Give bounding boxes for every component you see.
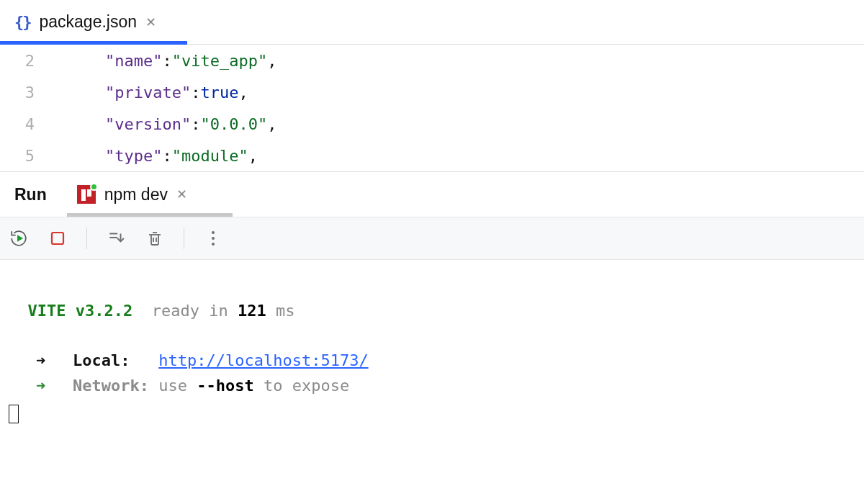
code-line[interactable]: 2"name": "vite_app", (0, 45, 864, 76)
svg-point-3 (212, 243, 215, 246)
json-value: "module" (172, 147, 248, 165)
close-icon[interactable]: ✕ (145, 14, 156, 30)
more-actions-button[interactable] (203, 228, 223, 248)
rerun-button[interactable] (9, 228, 29, 248)
line-number: 4 (0, 115, 48, 133)
run-tool-window: Run npm dev ✕ (0, 171, 864, 504)
arrow-icon: ➜ (28, 377, 54, 395)
line-number: 5 (0, 147, 48, 165)
json-key: "version" (105, 115, 191, 133)
code-line[interactable]: 3"private": true, (0, 76, 864, 108)
console-line: VITE v3.2.2 ready in 121 ms (9, 302, 855, 320)
network-suffix: to expose (254, 377, 349, 395)
run-toolbar (0, 217, 864, 260)
code-editor[interactable]: 2"name": "vite_app",3"private": true,4"v… (0, 45, 864, 171)
running-indicator-dot (90, 183, 98, 191)
run-header: Run npm dev ✕ (0, 172, 864, 217)
local-url-link[interactable]: http://localhost:5173/ (158, 351, 368, 369)
editor-tab-title: package.json (40, 12, 138, 32)
line-number: 3 (0, 84, 48, 102)
network-prefix: use (158, 377, 197, 395)
json-key: "type" (105, 147, 162, 165)
json-key: "name" (105, 52, 162, 70)
run-panel-title[interactable]: Run (0, 172, 67, 217)
scroll-to-end-button[interactable] (106, 228, 126, 248)
network-flag: --host (197, 377, 253, 395)
run-tab-label: npm dev (104, 185, 168, 204)
ready-time: 121 (238, 302, 266, 320)
npm-icon (77, 185, 96, 204)
stop-button[interactable] (48, 228, 68, 248)
editor-tab-package-json[interactable]: {} package.json ✕ (0, 0, 168, 44)
svg-rect-0 (52, 233, 63, 244)
code-line[interactable]: 4"version": "0.0.0", (0, 108, 864, 140)
ready-suffix: ms (266, 302, 295, 320)
toolbar-divider (86, 228, 87, 249)
clear-button[interactable] (145, 228, 165, 248)
braces-icon: {} (14, 13, 31, 31)
console-output[interactable]: VITE v3.2.2 ready in 121 ms ➜ Local: htt… (0, 260, 864, 504)
vite-label: VITE (28, 302, 66, 320)
run-tab-indicator (67, 213, 233, 217)
ready-prefix: ready in (152, 302, 238, 320)
json-key: "private" (105, 84, 191, 102)
arrow-icon: ➜ (28, 351, 54, 369)
close-icon[interactable]: ✕ (176, 186, 187, 202)
editor-tab-strip: {} package.json ✕ (0, 0, 864, 45)
run-tab-npm-dev[interactable]: npm dev ✕ (67, 172, 199, 217)
json-value: "0.0.0" (200, 115, 267, 133)
json-value: true (200, 84, 238, 102)
cursor-icon (9, 405, 19, 423)
svg-point-2 (212, 237, 215, 240)
active-tab-indicator (0, 41, 187, 45)
network-label: Network: (73, 377, 149, 395)
svg-point-1 (212, 231, 215, 234)
vite-version: v3.2.2 (76, 302, 132, 320)
toolbar-divider (184, 228, 184, 249)
console-line: ➜ Local: http://localhost:5173/ (9, 351, 855, 369)
local-label: Local: (73, 351, 130, 369)
console-cursor-line (9, 402, 855, 423)
code-line[interactable]: 5"type": "module", (0, 140, 864, 171)
json-value: "vite_app" (172, 52, 267, 70)
line-number: 2 (0, 52, 48, 70)
console-line: ➜ Network: use --host to expose (9, 377, 855, 395)
